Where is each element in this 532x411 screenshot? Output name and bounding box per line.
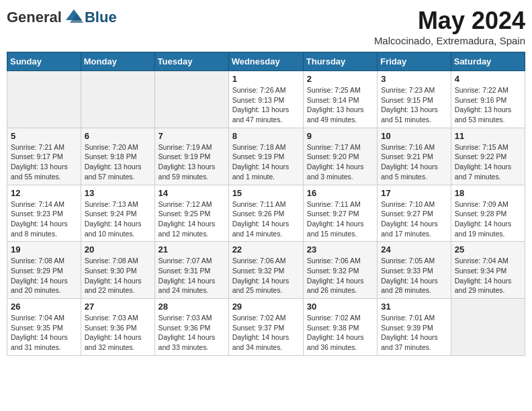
day-info: Sunrise: 7:04 AM Sunset: 9:34 PM Dayligh…: [455, 256, 521, 295]
day-number: 8: [232, 131, 300, 141]
calendar-cell: 31Sunrise: 7:01 AM Sunset: 9:39 PM Dayli…: [378, 299, 451, 356]
day-number: 5: [11, 131, 77, 141]
calendar-cell: 12Sunrise: 7:14 AM Sunset: 9:23 PM Dayli…: [7, 185, 81, 242]
calendar-cell: 14Sunrise: 7:12 AM Sunset: 9:25 PM Dayli…: [154, 185, 228, 242]
logo-general: General: [7, 9, 62, 26]
day-info: Sunrise: 7:09 AM Sunset: 9:28 PM Dayligh…: [455, 199, 521, 239]
calendar-cell: 22Sunrise: 7:06 AM Sunset: 9:32 PM Dayli…: [228, 242, 303, 299]
calendar-week-row: 26Sunrise: 7:04 AM Sunset: 9:35 PM Dayli…: [7, 299, 525, 356]
day-number: 4: [455, 74, 521, 84]
calendar-cell: 2Sunrise: 7:25 AM Sunset: 9:14 PM Daylig…: [303, 71, 377, 128]
weekday-header: Monday: [81, 52, 154, 71]
day-number: 29: [232, 302, 300, 312]
day-info: Sunrise: 7:13 AM Sunset: 9:24 PM Dayligh…: [85, 199, 151, 239]
month-title: May 2024: [374, 7, 525, 35]
calendar-cell: 9Sunrise: 7:17 AM Sunset: 9:20 PM Daylig…: [303, 128, 377, 185]
calendar-cell: 21Sunrise: 7:07 AM Sunset: 9:31 PM Dayli…: [154, 242, 228, 299]
calendar-cell: 25Sunrise: 7:04 AM Sunset: 9:34 PM Dayli…: [451, 242, 525, 299]
calendar-cell: 30Sunrise: 7:02 AM Sunset: 9:38 PM Dayli…: [303, 299, 377, 356]
weekday-header: Wednesday: [228, 52, 303, 71]
weekday-header: Friday: [378, 52, 451, 71]
calendar-cell: 19Sunrise: 7:08 AM Sunset: 9:29 PM Dayli…: [7, 242, 81, 299]
day-info: Sunrise: 7:03 AM Sunset: 9:36 PM Dayligh…: [85, 313, 151, 353]
day-info: Sunrise: 7:08 AM Sunset: 9:30 PM Dayligh…: [85, 256, 151, 295]
day-number: 25: [455, 244, 521, 255]
calendar-cell: 3Sunrise: 7:23 AM Sunset: 9:15 PM Daylig…: [378, 71, 451, 128]
day-number: 15: [232, 188, 300, 198]
location-title: Malcocinado, Extremadura, Spain: [374, 35, 525, 46]
day-number: 14: [159, 188, 225, 198]
calendar-cell: 18Sunrise: 7:09 AM Sunset: 9:28 PM Dayli…: [451, 185, 525, 242]
calendar-cell: 27Sunrise: 7:03 AM Sunset: 9:36 PM Dayli…: [81, 299, 154, 356]
calendar-cell: 10Sunrise: 7:16 AM Sunset: 9:21 PM Dayli…: [378, 128, 451, 185]
calendar-cell: 1Sunrise: 7:26 AM Sunset: 9:13 PM Daylig…: [228, 71, 303, 128]
calendar-week-row: 1Sunrise: 7:26 AM Sunset: 9:13 PM Daylig…: [7, 71, 525, 128]
day-info: Sunrise: 7:03 AM Sunset: 9:36 PM Dayligh…: [159, 313, 225, 353]
day-info: Sunrise: 7:15 AM Sunset: 9:22 PM Dayligh…: [455, 142, 521, 182]
day-info: Sunrise: 7:10 AM Sunset: 9:27 PM Dayligh…: [381, 199, 447, 239]
day-number: 22: [232, 244, 300, 255]
day-info: Sunrise: 7:25 AM Sunset: 9:14 PM Dayligh…: [307, 85, 373, 125]
day-info: Sunrise: 7:18 AM Sunset: 9:19 PM Dayligh…: [232, 142, 300, 182]
weekday-header: Sunday: [7, 52, 81, 71]
day-number: 23: [307, 244, 373, 255]
weekday-header: Saturday: [451, 52, 525, 71]
day-number: 19: [11, 244, 77, 255]
calendar-cell: [154, 71, 228, 128]
day-info: Sunrise: 7:12 AM Sunset: 9:25 PM Dayligh…: [159, 199, 225, 239]
calendar-cell: 6Sunrise: 7:20 AM Sunset: 9:18 PM Daylig…: [81, 128, 154, 185]
day-number: 9: [307, 131, 373, 141]
day-info: Sunrise: 7:01 AM Sunset: 9:39 PM Dayligh…: [381, 313, 447, 353]
calendar-cell: 26Sunrise: 7:04 AM Sunset: 9:35 PM Dayli…: [7, 299, 81, 356]
day-number: 1: [232, 74, 300, 84]
day-info: Sunrise: 7:11 AM Sunset: 9:26 PM Dayligh…: [232, 199, 300, 239]
calendar-cell: [451, 299, 525, 356]
calendar-cell: 5Sunrise: 7:21 AM Sunset: 9:17 PM Daylig…: [7, 128, 81, 185]
day-number: 11: [455, 131, 521, 141]
day-number: 28: [159, 302, 225, 312]
calendar-cell: 4Sunrise: 7:22 AM Sunset: 9:16 PM Daylig…: [451, 71, 525, 128]
calendar-cell: 20Sunrise: 7:08 AM Sunset: 9:30 PM Dayli…: [81, 242, 154, 299]
logo-blue: Blue: [85, 9, 117, 26]
day-info: Sunrise: 7:05 AM Sunset: 9:33 PM Dayligh…: [381, 256, 447, 295]
calendar-cell: [7, 71, 81, 128]
weekday-header: Thursday: [303, 52, 377, 71]
day-info: Sunrise: 7:17 AM Sunset: 9:20 PM Dayligh…: [307, 142, 373, 182]
day-number: 18: [455, 188, 521, 198]
day-number: 7: [159, 131, 225, 141]
logo-icon: [63, 7, 85, 28]
day-number: 21: [159, 244, 225, 255]
weekday-header: Tuesday: [154, 52, 228, 71]
logo: General Blue: [7, 7, 117, 28]
day-info: Sunrise: 7:20 AM Sunset: 9:18 PM Dayligh…: [85, 142, 151, 182]
calendar-cell: 24Sunrise: 7:05 AM Sunset: 9:33 PM Dayli…: [378, 242, 451, 299]
day-number: 17: [381, 188, 447, 198]
calendar-cell: 17Sunrise: 7:10 AM Sunset: 9:27 PM Dayli…: [378, 185, 451, 242]
day-number: 24: [381, 244, 447, 255]
calendar-cell: 29Sunrise: 7:02 AM Sunset: 9:37 PM Dayli…: [228, 299, 303, 356]
day-number: 13: [85, 188, 151, 198]
day-info: Sunrise: 7:16 AM Sunset: 9:21 PM Dayligh…: [381, 142, 447, 182]
weekday-header-row: SundayMondayTuesdayWednesdayThursdayFrid…: [7, 52, 525, 71]
day-info: Sunrise: 7:07 AM Sunset: 9:31 PM Dayligh…: [159, 256, 225, 295]
day-info: Sunrise: 7:19 AM Sunset: 9:19 PM Dayligh…: [159, 142, 225, 182]
day-number: 30: [307, 302, 373, 312]
day-info: Sunrise: 7:23 AM Sunset: 9:15 PM Dayligh…: [381, 85, 447, 125]
calendar-week-row: 19Sunrise: 7:08 AM Sunset: 9:29 PM Dayli…: [7, 242, 525, 299]
calendar-week-row: 12Sunrise: 7:14 AM Sunset: 9:23 PM Dayli…: [7, 185, 525, 242]
day-info: Sunrise: 7:02 AM Sunset: 9:37 PM Dayligh…: [232, 313, 300, 353]
day-info: Sunrise: 7:08 AM Sunset: 9:29 PM Dayligh…: [11, 256, 77, 295]
day-info: Sunrise: 7:06 AM Sunset: 9:32 PM Dayligh…: [232, 256, 300, 295]
calendar-cell: 23Sunrise: 7:06 AM Sunset: 9:32 PM Dayli…: [303, 242, 377, 299]
day-number: 12: [11, 188, 77, 198]
calendar-cell: 13Sunrise: 7:13 AM Sunset: 9:24 PM Dayli…: [81, 185, 154, 242]
day-number: 3: [381, 74, 447, 84]
day-info: Sunrise: 7:21 AM Sunset: 9:17 PM Dayligh…: [11, 142, 77, 182]
day-info: Sunrise: 7:04 AM Sunset: 9:35 PM Dayligh…: [11, 313, 77, 353]
day-number: 31: [381, 302, 447, 312]
calendar-cell: 7Sunrise: 7:19 AM Sunset: 9:19 PM Daylig…: [154, 128, 228, 185]
calendar-table: SundayMondayTuesdayWednesdayThursdayFrid…: [7, 52, 525, 356]
day-info: Sunrise: 7:11 AM Sunset: 9:27 PM Dayligh…: [307, 199, 373, 239]
header: General Blue May 2024 Malcocinado, Extre…: [7, 7, 525, 46]
day-number: 27: [85, 302, 151, 312]
